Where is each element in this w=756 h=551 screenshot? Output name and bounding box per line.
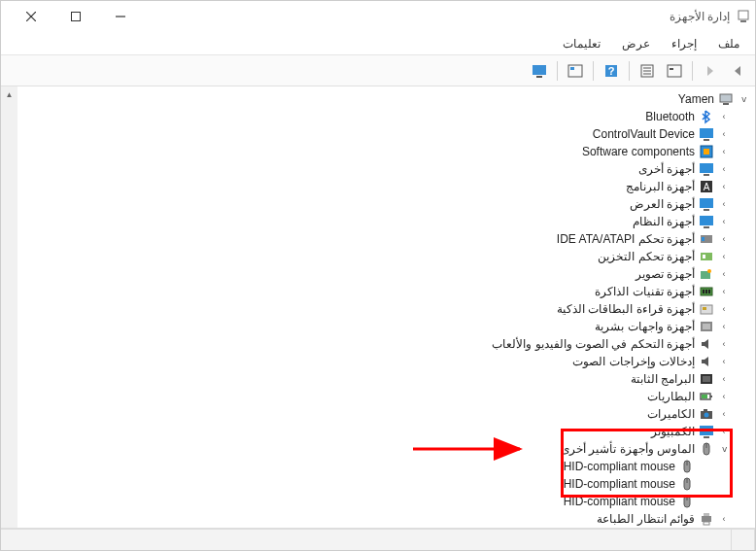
tree-category[interactable]: ›أجهزة تحكم التخزين [17, 248, 755, 265]
ide-icon [699, 231, 714, 247]
expander-icon[interactable]: › [718, 338, 730, 350]
category-label: Software components [582, 145, 695, 158]
tree-category[interactable]: ›أجهزة قراءة البطاقات الذكية [17, 300, 755, 318]
minimize-button[interactable] [98, 2, 143, 31]
root-label: Yamen [678, 92, 714, 106]
expander-icon[interactable]: › [718, 163, 730, 175]
svg-rect-28 [700, 198, 713, 208]
printer-icon [699, 511, 714, 527]
tree-category[interactable]: ›البرامج الثابتة [17, 370, 755, 388]
expander-icon[interactable]: › [718, 233, 730, 245]
svg-rect-31 [704, 226, 709, 228]
separator [629, 61, 630, 81]
device-label: HID-compliant mouse [564, 495, 675, 508]
menu-action[interactable]: إجراء [662, 35, 706, 52]
category-label: أجهزة قراءة البطاقات الذكية [557, 302, 695, 316]
toolbar-show-hide[interactable] [663, 59, 686, 83]
expander-icon[interactable]: › [718, 391, 730, 402]
toolbar-forward[interactable] [699, 59, 722, 83]
toolbar-help[interactable]: ? [600, 59, 623, 83]
expander-icon[interactable]: ⅴ [718, 443, 730, 455]
tree-category[interactable]: ›قوائم انتظار الطباعة [17, 510, 755, 528]
svg-rect-65 [704, 513, 709, 516]
device-tree[interactable]: ⅴYamen›Bluetooth›ControlVault Device›Sof… [17, 86, 755, 528]
expander-icon[interactable]: › [718, 146, 730, 157]
camera-icon [699, 266, 714, 282]
svg-rect-55 [704, 436, 709, 438]
tree-category[interactable]: ›Aأجهزة البرنامج [17, 178, 755, 195]
svg-rect-15 [570, 67, 574, 70]
svg-rect-4 [72, 13, 81, 21]
svg-rect-0 [739, 11, 748, 19]
hid-icon [699, 319, 714, 334]
tree-category[interactable]: ›أجهزة أخرى [17, 160, 755, 178]
tree-device[interactable]: HID-compliant mouse [17, 493, 755, 510]
category-label: البرامج الثابتة [631, 372, 695, 386]
tree-category[interactable]: ›أجهزة تقنيات الذاكرة [17, 283, 755, 300]
close-button[interactable] [9, 2, 53, 31]
tree-category[interactable]: ›أجهزة التحكم في الصوت والفيديو والألعاب [17, 335, 755, 353]
tree-category[interactable]: ›البطاريات [17, 388, 755, 405]
category-label: إدخالات وإخراجات الصوت [572, 355, 695, 368]
tree-category[interactable]: ›Software components [17, 143, 755, 160]
tree-category[interactable]: ›أجهزة العرض [17, 195, 755, 213]
svg-rect-7 [670, 68, 673, 70]
category-label: ControlVault Device [593, 127, 695, 141]
expander-icon[interactable]: › [718, 373, 730, 385]
expander-icon[interactable]: › [718, 128, 730, 140]
tree-device[interactable]: HID-compliant mouse [17, 458, 755, 475]
svg-text:?: ? [608, 65, 615, 77]
expander-icon[interactable]: › [718, 408, 730, 420]
expander-icon[interactable]: › [718, 321, 730, 332]
scrollbar-vertical[interactable]: ▲ [1, 86, 17, 528]
monitor-icon [699, 196, 714, 212]
expander-icon[interactable]: ⅴ [738, 93, 749, 105]
expander-icon[interactable]: › [718, 356, 730, 367]
device-label: HID-compliant mouse [564, 460, 675, 473]
component-icon [699, 144, 714, 159]
expander-icon[interactable]: › [718, 198, 730, 210]
tree-root[interactable]: ⅴYamen [17, 90, 755, 108]
tree-category[interactable]: ›أجهزة تصوير [17, 265, 755, 283]
toolbar-monitor[interactable] [528, 59, 551, 83]
tree-category[interactable]: ›الكاميرات [17, 405, 755, 423]
expander-icon[interactable]: › [718, 111, 730, 122]
svg-point-52 [704, 413, 709, 418]
status-bar [1, 529, 755, 550]
tree-device[interactable]: HID-compliant mouse [17, 475, 755, 493]
toolbar-properties[interactable] [636, 59, 659, 83]
tree-category[interactable]: ›أجهزة واجهات بشرية [17, 318, 755, 335]
expander-icon[interactable]: › [718, 426, 730, 437]
expander-icon[interactable]: › [718, 513, 730, 525]
tree-category[interactable]: ›أجهزة تحكم IDE ATA/ATAPI [17, 230, 755, 248]
tree-category[interactable]: ›Bluetooth [17, 108, 755, 125]
category-label: الكاميرات [647, 407, 695, 421]
storage-icon [699, 249, 714, 264]
card-icon [699, 301, 714, 317]
mouse-icon [679, 459, 695, 474]
tree-category[interactable]: ›ControlVault Device [17, 125, 755, 143]
expander-icon[interactable]: › [718, 268, 730, 280]
maximize-button[interactable] [53, 2, 98, 31]
mouse-icon [679, 494, 695, 509]
toolbar: ? [1, 55, 755, 86]
tree-category[interactable]: ⅴالماوس وأجهزة تأشير أخرى [17, 440, 755, 458]
svg-rect-40 [705, 290, 707, 293]
svg-rect-20 [700, 128, 713, 138]
menu-file[interactable]: ملف [708, 35, 749, 52]
separator [557, 61, 558, 81]
expander-icon[interactable]: › [718, 286, 730, 297]
category-label: قوائم انتظار الطباعة [597, 512, 695, 526]
expander-icon[interactable]: › [718, 216, 730, 227]
menu-view[interactable]: عرض [612, 35, 660, 52]
tree-category[interactable]: ›الكمبيوتر [17, 423, 755, 440]
toolbar-back[interactable] [726, 59, 749, 83]
scroll-up[interactable]: ▲ [1, 86, 17, 103]
expander-icon[interactable]: › [718, 303, 730, 315]
tree-category[interactable]: ›إدخالات وإخراجات الصوت [17, 353, 755, 370]
menu-help[interactable]: تعليمات [553, 35, 610, 52]
tree-category[interactable]: ›أجهزة النظام [17, 213, 755, 230]
toolbar-scan[interactable] [564, 59, 587, 83]
expander-icon[interactable]: › [718, 251, 730, 262]
expander-icon[interactable]: › [718, 181, 730, 192]
